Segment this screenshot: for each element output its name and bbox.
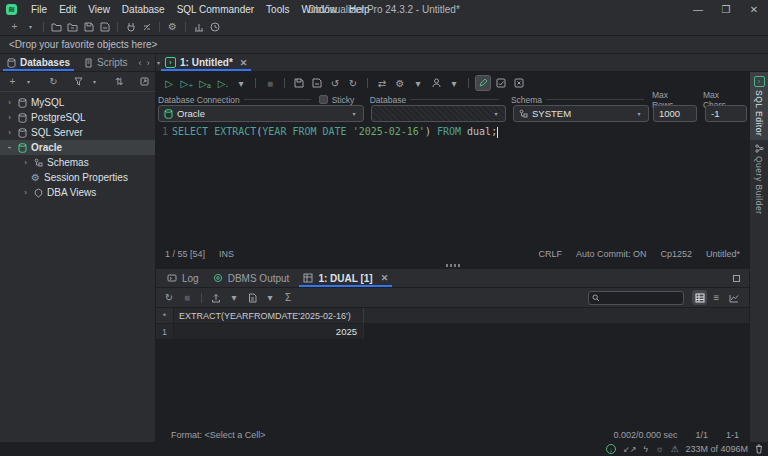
permissions-dropdown-icon[interactable]: ▾ xyxy=(446,75,462,91)
menu-view[interactable]: View xyxy=(82,4,116,15)
grid-corner-cell[interactable]: * xyxy=(156,308,174,323)
garbage-collect-trash-icon[interactable] xyxy=(755,444,763,454)
editor-save-icon[interactable] xyxy=(291,75,307,91)
warning-icon[interactable]: ⚠ xyxy=(670,444,678,454)
editor-settings-gear-icon[interactable]: ⚙ xyxy=(392,75,408,91)
export-icon[interactable] xyxy=(208,290,224,306)
grid-view-toggle-icon[interactable] xyxy=(692,290,707,305)
clear-editor-icon[interactable] xyxy=(511,75,527,91)
encoding[interactable]: Cp1252 xyxy=(660,249,692,259)
expand-chevron-icon[interactable]: › xyxy=(21,188,30,197)
open-folder-icon[interactable] xyxy=(49,19,64,34)
sticky-checkbox[interactable] xyxy=(319,95,328,104)
menu-database[interactable]: Database xyxy=(116,4,171,15)
comment-toggle-icon[interactable] xyxy=(493,75,509,91)
lightning-icon[interactable]: ϟ xyxy=(643,444,648,454)
connect-icon[interactable] xyxy=(123,19,138,34)
grid-row-number[interactable]: 1 xyxy=(156,324,174,339)
result-tab-close-icon[interactable]: ✕ xyxy=(378,273,389,283)
expand-chevron-icon[interactable]: › xyxy=(21,158,30,167)
auto-commit[interactable]: Auto Commit: ON xyxy=(576,249,647,259)
window-close-icon[interactable]: ✕ xyxy=(740,0,768,18)
new-object-button[interactable]: + xyxy=(7,19,22,34)
updates-download-icon[interactable]: ↓ xyxy=(606,444,616,454)
save-icon[interactable] xyxy=(81,19,96,34)
schema-select[interactable]: SYSTEM ▾ xyxy=(513,105,649,122)
describe-icon[interactable] xyxy=(244,290,260,306)
connection-select[interactable]: Oracle ▾ xyxy=(158,105,364,122)
undo-icon[interactable]: ↺ xyxy=(327,75,343,91)
collapse-chevron-icon[interactable]: › xyxy=(5,143,14,152)
expand-chevron-icon[interactable]: › xyxy=(5,128,14,137)
vtab-sql-editor[interactable]: › SQL Editor xyxy=(750,72,768,140)
tab-scripts[interactable]: Scripts xyxy=(77,54,135,71)
expand-chevron-icon[interactable]: › xyxy=(5,113,14,122)
history-clock-icon[interactable] xyxy=(207,19,222,34)
tree-item-sql-server[interactable]: › SQL Server xyxy=(0,125,155,140)
favorites-bar[interactable]: <Drop your favorite objects here> xyxy=(0,36,768,54)
tree-item-oracle[interactable]: › Oracle xyxy=(0,140,155,155)
maximize-panel-icon[interactable] xyxy=(732,274,741,283)
execute-dropdown-icon[interactable]: ▾ xyxy=(233,75,249,91)
tab-close-icon[interactable]: ✕ xyxy=(237,58,248,68)
result-stop-icon[interactable]: ■ xyxy=(179,290,195,306)
vtab-query-builder[interactable]: Query Builder xyxy=(750,140,768,218)
max-rows-input[interactable]: 1000 xyxy=(653,105,697,122)
memory-usage[interactable]: 233M of 4096M xyxy=(685,444,748,454)
grid-column-header[interactable]: EXTRACT(YEARFROMDATE'2025-02-16') xyxy=(174,308,364,323)
expand-chevron-icon[interactable]: › xyxy=(5,98,14,107)
grid-cell[interactable]: 2025 xyxy=(174,324,364,339)
menu-tools[interactable]: Tools xyxy=(260,4,295,15)
sidebar-add-dropdown-icon[interactable]: ▾ xyxy=(21,74,36,89)
new-object-dropdown-icon[interactable]: ▾ xyxy=(23,19,38,34)
redo-icon[interactable]: ↻ xyxy=(345,75,361,91)
tree-item-schemas[interactable]: › Schemas xyxy=(0,155,155,170)
charts-icon[interactable] xyxy=(191,19,206,34)
tab-sql-untitled[interactable]: › 1: Untitled* ✕ xyxy=(158,54,254,71)
tree-item-mysql[interactable]: › MySQL xyxy=(0,95,155,110)
save-as-icon[interactable] xyxy=(97,19,112,34)
results-search[interactable] xyxy=(588,291,684,305)
tree-item-dba-views[interactable]: › DBA Views xyxy=(0,185,155,200)
compare-icon[interactable]: ⇄ xyxy=(374,75,390,91)
open-recent-folder-icon[interactable] xyxy=(65,19,80,34)
describe-dropdown-icon[interactable]: ▾ xyxy=(262,290,278,306)
tree-item-session-properties[interactable]: ⚙ Session Properties xyxy=(0,170,155,185)
sidebar-refresh-icon[interactable]: ↻ xyxy=(46,74,61,89)
editor-save-as-icon[interactable] xyxy=(309,75,325,91)
execute-current-button[interactable]: ▷₊ xyxy=(179,75,195,91)
execute-buffer-button[interactable]: ▷ₐ xyxy=(197,75,213,91)
database-select[interactable]: ▾ xyxy=(371,105,506,122)
sql-code-editor[interactable]: 1 SELECT EXTRACT(YEAR FROM DATE '2025-02… xyxy=(156,122,749,246)
collapse-arrows-icon[interactable]: ↙↗ xyxy=(623,445,636,454)
editor-settings-dropdown-icon[interactable]: ▾ xyxy=(410,75,426,91)
tab-next-icon[interactable]: › xyxy=(147,58,150,68)
execute-explain-button[interactable]: ▷. xyxy=(215,75,231,91)
sidebar-collapse-all-icon[interactable]: ⇅ xyxy=(112,74,127,89)
sidebar-open-object-icon[interactable] xyxy=(137,74,152,89)
sidebar-filter-icon[interactable] xyxy=(71,74,86,89)
max-chars-input[interactable]: -1 xyxy=(705,105,747,122)
menu-window[interactable]: Window xyxy=(295,4,343,15)
rerun-icon[interactable]: ↻ xyxy=(161,290,177,306)
window-maximize-icon[interactable]: ❐ xyxy=(712,0,740,18)
execute-button[interactable]: ▷ xyxy=(161,75,177,91)
export-dropdown-icon[interactable]: ▾ xyxy=(226,290,242,306)
aggregate-sigma-icon[interactable]: Σ xyxy=(280,290,296,306)
edit-mode-button[interactable] xyxy=(475,75,491,91)
menu-sql-commander[interactable]: SQL Commander xyxy=(171,4,260,15)
tab-prev-icon[interactable]: ‹ xyxy=(139,58,142,68)
text-view-toggle-icon[interactable]: ≡ xyxy=(709,290,724,305)
permissions-icon[interactable] xyxy=(428,75,444,91)
sidebar-add-button[interactable]: + xyxy=(5,74,20,89)
tree-item-postgresql[interactable]: › PostgreSQL xyxy=(0,110,155,125)
results-search-input[interactable] xyxy=(603,293,680,303)
menu-help[interactable]: Help xyxy=(343,4,376,15)
menu-file[interactable]: File xyxy=(25,4,53,15)
chart-view-toggle-icon[interactable] xyxy=(726,290,741,305)
line-ending[interactable]: CRLF xyxy=(538,249,562,259)
tab-log[interactable]: Log xyxy=(160,269,206,287)
sidebar-filter-dropdown-icon[interactable]: ▾ xyxy=(87,74,102,89)
tab-databases[interactable]: Databases xyxy=(0,54,77,71)
window-minimize-icon[interactable]: — xyxy=(684,0,712,18)
